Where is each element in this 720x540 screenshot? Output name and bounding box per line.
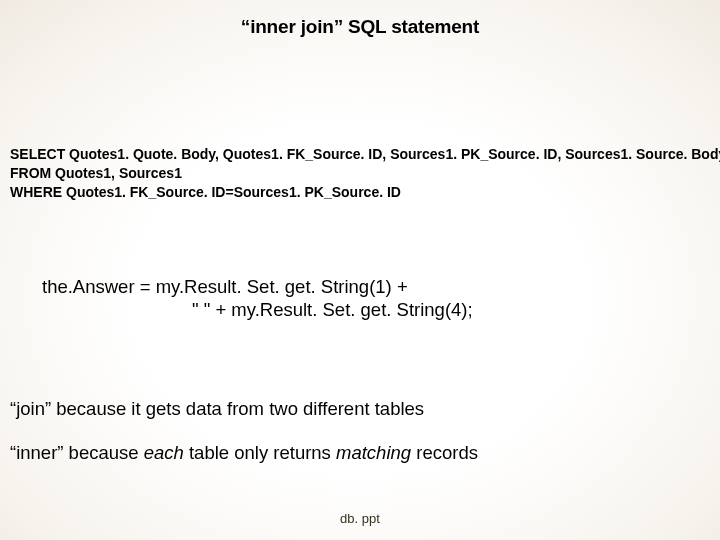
sql-line-2: FROM Quotes1, Sources1 [10,164,710,183]
explain-inner-mid: table only returns [184,442,336,463]
explain-inner-post: records [411,442,478,463]
explain-join: “join” because it gets data from two dif… [10,398,424,420]
footer-filename: db. ppt [0,511,720,526]
explain-inner: “inner” because each table only returns … [10,442,478,464]
slide: “inner join” SQL statement SELECT Quotes… [0,0,720,540]
code-line-2: " " + my.Result. Set. get. String(4); [42,298,473,321]
code-line-1: the.Answer = my.Result. Set. get. String… [42,275,473,298]
explain-inner-em1: each [144,442,184,463]
java-code: the.Answer = my.Result. Set. get. String… [42,275,473,321]
sql-statement: SELECT Quotes1. Quote. Body, Quotes1. FK… [10,145,710,202]
sql-line-1: SELECT Quotes1. Quote. Body, Quotes1. FK… [10,145,710,164]
slide-title: “inner join” SQL statement [0,16,720,38]
explain-inner-pre: “inner” because [10,442,144,463]
explain-inner-em2: matching [336,442,411,463]
sql-line-3: WHERE Quotes1. FK_Source. ID=Sources1. P… [10,183,710,202]
